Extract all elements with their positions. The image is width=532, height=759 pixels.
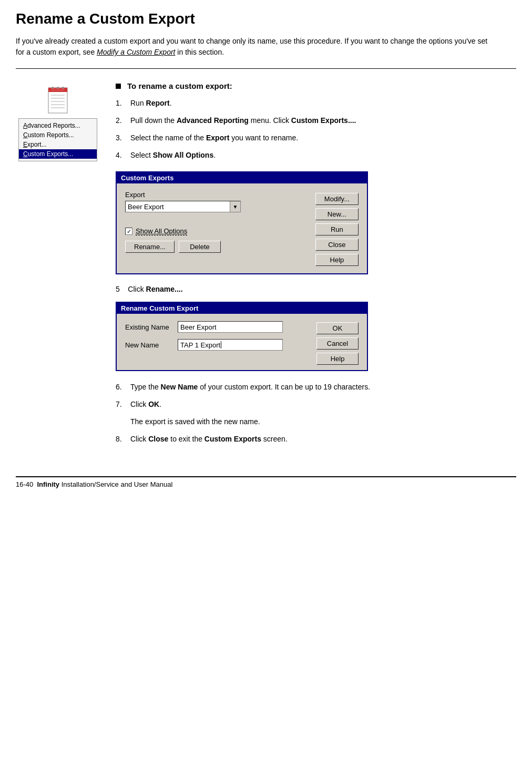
step-2: 2. Pull down the Advanced Reporting menu… xyxy=(116,115,516,126)
step-3-num: 3. xyxy=(116,132,126,143)
new-name-label: New Name xyxy=(125,341,172,349)
steps-list-1: 1. Run Report. 2. Pull down the Advanced… xyxy=(116,98,516,161)
right-column: To rename a custom export: 1. Run Report… xyxy=(116,81,516,455)
existing-name-label: Existing Name xyxy=(125,323,172,331)
dialog-spacer-1 xyxy=(125,221,310,227)
rename-dialog-body: Existing Name Beer Export New Name TAP 1… xyxy=(117,314,367,370)
content-area: Advanced Reports... Custom Reports... Ex… xyxy=(16,81,516,455)
existing-name-row: Existing Name Beer Export xyxy=(125,321,311,333)
step-6-num: 6. xyxy=(116,382,126,393)
step-7-num: 7. xyxy=(116,399,126,410)
step-7b-text: The export is saved with the new name. xyxy=(130,416,516,427)
export-value: Beer Export xyxy=(126,202,230,212)
step-1-num: 1. xyxy=(116,98,126,109)
new-name-row: New Name TAP 1 Export xyxy=(125,339,311,351)
show-all-options-row: ✓ Show All Options xyxy=(125,227,310,235)
rename-ok-button[interactable]: OK xyxy=(316,322,359,334)
step-5-bold: Rename.... xyxy=(146,285,183,293)
section-header: To rename a custom export: xyxy=(116,81,516,90)
svg-point-7 xyxy=(52,87,54,89)
menu-item-custom-exports[interactable]: Custom Exports... xyxy=(19,149,97,159)
modify-button[interactable]: Modify... xyxy=(315,193,359,205)
existing-name-value: Beer Export xyxy=(180,323,217,331)
step-1-text: Run Report. xyxy=(130,98,516,109)
dialog-right-buttons: Modify... New... Run Close Help xyxy=(315,191,359,266)
step-7: 7. Click OK. xyxy=(116,399,516,410)
step-8-text: Click Close to exit the Custom Exports s… xyxy=(130,434,516,445)
menu-item-advanced-reports[interactable]: Advanced Reports... xyxy=(19,121,97,130)
page-title: Rename a Custom Export xyxy=(16,11,516,27)
delete-button[interactable]: Delete xyxy=(179,241,221,253)
intro-link: Modify a Custom Export xyxy=(97,48,175,56)
new-button[interactable]: New... xyxy=(315,208,359,220)
steps-list-2: 6. Type the New Name of your custom expo… xyxy=(116,382,516,445)
notepad-icon xyxy=(46,87,69,114)
footer-brand: Infinity xyxy=(37,480,59,488)
custom-exports-dialog-title: Custom Exports xyxy=(117,172,367,183)
close-button[interactable]: Close xyxy=(315,239,359,251)
export-dropdown-row: Beer Export ▼ xyxy=(125,201,310,212)
step-7-text: Click OK. xyxy=(130,399,516,410)
help-button[interactable]: Help xyxy=(315,254,359,266)
intro-text-before: If you've already created a custom expor… xyxy=(16,37,487,56)
rename-dialog-left: Existing Name Beer Export New Name TAP 1… xyxy=(125,321,311,365)
bullet-icon xyxy=(116,84,121,89)
export-row: Export xyxy=(125,191,310,199)
dialog-main-content: Export Beer Export ▼ ✓ Show All xyxy=(125,191,359,266)
step-3: 3. Select the name of the Export you wan… xyxy=(116,132,516,143)
export-dropdown[interactable]: Beer Export ▼ xyxy=(125,201,241,212)
dropdown-arrow[interactable]: ▼ xyxy=(230,201,240,212)
step-1: 1. Run Report. xyxy=(116,98,516,109)
step-4-num: 4. xyxy=(116,150,126,161)
left-column: Advanced Reports... Custom Reports... Ex… xyxy=(16,81,100,161)
step-6: 6. Type the New Name of your custom expo… xyxy=(116,382,516,393)
existing-name-input[interactable]: Beer Export xyxy=(178,321,283,333)
rename-dialog-content: Existing Name Beer Export New Name TAP 1… xyxy=(125,321,359,365)
step-5-text-before: Click xyxy=(128,285,146,293)
step-8: 8. Click Close to exit the Custom Export… xyxy=(116,434,516,445)
show-all-options-checkbox[interactable]: ✓ xyxy=(125,228,132,235)
new-name-value: TAP 1 Export xyxy=(180,341,220,349)
step-4: 4. Select Show All Options. xyxy=(116,150,516,161)
step-2-text: Pull down the Advanced Reporting menu. C… xyxy=(130,115,516,126)
footer-page-ref: 16-40 xyxy=(16,480,33,488)
svg-point-8 xyxy=(57,87,59,89)
footer: 16-40 Infinity Installation/Service and … xyxy=(16,476,516,488)
svg-point-9 xyxy=(62,87,64,89)
step-7b: The export is saved with the new name. xyxy=(130,416,516,427)
step-6-text: Type the New Name of your custom export.… xyxy=(130,382,516,393)
section-header-text: To rename a custom export: xyxy=(127,81,232,90)
rename-dialog-right: OK Cancel Help xyxy=(316,321,359,365)
step-5-container: 5 Click Rename.... xyxy=(116,285,516,293)
rename-delete-buttons-row: Rename... Delete xyxy=(125,241,310,253)
intro-paragraph: If you've already created a custom expor… xyxy=(16,36,489,58)
step-5-num: 5 xyxy=(116,285,120,293)
step-3-text: Select the name of the Export you want t… xyxy=(130,132,516,143)
step-4-text: Select Show All Options. xyxy=(130,150,516,161)
export-label: Export xyxy=(125,191,162,199)
rename-cancel-button[interactable]: Cancel xyxy=(316,337,359,350)
new-name-input[interactable]: TAP 1 Export xyxy=(178,339,283,351)
custom-exports-dialog: Custom Exports Export Beer Export ▼ xyxy=(116,171,368,274)
section-divider xyxy=(16,68,516,69)
footer-text: Installation/Service and User Manual xyxy=(59,480,172,488)
show-all-options-label: Show All Options xyxy=(136,227,187,235)
menu-item-export[interactable]: Export... xyxy=(19,140,97,149)
cursor xyxy=(221,341,221,348)
step-8-num: 8. xyxy=(116,434,126,445)
rename-button[interactable]: Rename... xyxy=(125,241,175,253)
rename-dialog-title: Rename Custom Export xyxy=(117,303,367,314)
custom-exports-dialog-body: Export Beer Export ▼ ✓ Show All xyxy=(117,183,367,273)
step-2-num: 2. xyxy=(116,115,126,126)
intro-text-end: in this section. xyxy=(175,48,224,56)
dialog-left-panel: Export Beer Export ▼ ✓ Show All xyxy=(125,191,310,266)
menu-box: Advanced Reports... Custom Reports... Ex… xyxy=(18,118,97,161)
rename-help-button[interactable]: Help xyxy=(316,353,359,365)
rename-custom-export-dialog: Rename Custom Export Existing Name Beer … xyxy=(116,302,368,371)
menu-item-custom-reports[interactable]: Custom Reports... xyxy=(19,130,97,140)
run-button[interactable]: Run xyxy=(315,223,359,235)
